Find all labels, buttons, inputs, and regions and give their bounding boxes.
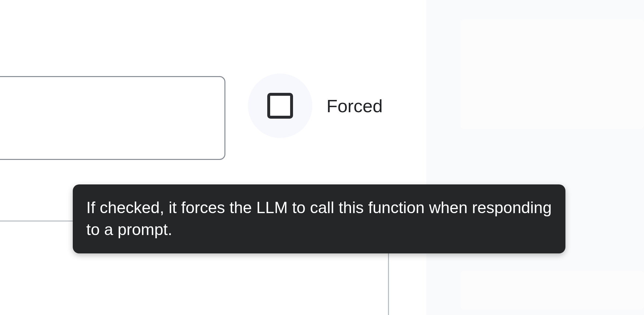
forced-checkbox[interactable] — [267, 93, 293, 119]
side-panel-card — [460, 271, 644, 310]
forced-checkbox-group: Forced — [248, 74, 383, 138]
side-panel-card — [460, 19, 644, 129]
checkbox-focus-halo — [248, 74, 312, 138]
forced-tooltip: If checked, it forces the LLM to call th… — [73, 184, 565, 253]
text-input[interactable] — [0, 76, 225, 160]
forced-checkbox-label: Forced — [327, 95, 383, 116]
